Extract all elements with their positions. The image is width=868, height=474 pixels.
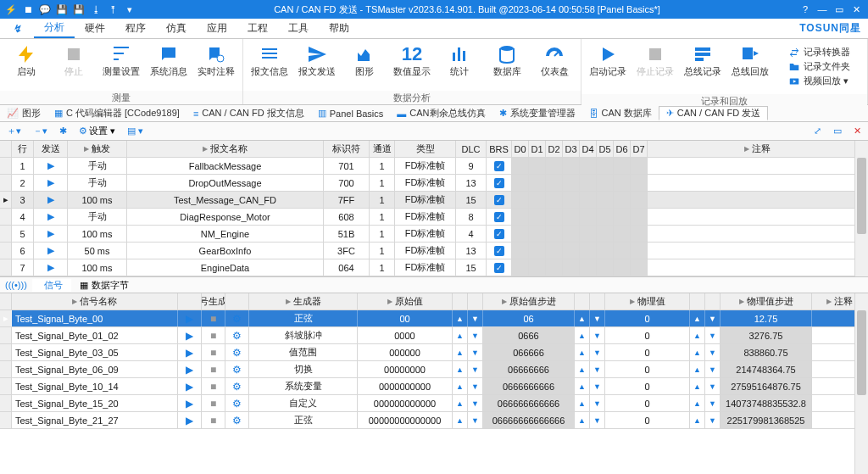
g2-raw[interactable]: 00 xyxy=(358,310,453,326)
g2-pstep-up[interactable]: ▲ xyxy=(690,361,705,377)
g2-pstep-dn[interactable]: ▼ xyxy=(705,327,721,343)
g1-row-gutter[interactable] xyxy=(0,243,12,259)
ribbon-send-button[interactable]: 报文发送 xyxy=(298,42,337,76)
g1-header-11[interactable]: D1 xyxy=(529,141,546,157)
g1-type[interactable]: FD标准帧 xyxy=(395,209,456,225)
g1-d3[interactable] xyxy=(563,226,580,242)
g1-header-15[interactable]: D5 xyxy=(597,141,614,157)
g2-phys[interactable]: 0 xyxy=(605,327,690,343)
ribbon-reclist-button[interactable]: 总线记录 xyxy=(683,42,722,76)
ribbon-side-folder[interactable]: 记录文件夹 xyxy=(788,60,850,73)
g1-trigger[interactable]: 手动 xyxy=(68,158,127,174)
g2-pstep-up[interactable]: ▲ xyxy=(690,412,705,428)
g2-rawstep[interactable]: 06666666666666 xyxy=(483,412,575,428)
doctab-5[interactable]: ✱系统变量管理器 xyxy=(492,107,582,120)
g1-type[interactable]: FD标准帧 xyxy=(395,158,456,174)
ribbon-stop-button[interactable]: 停止记录 xyxy=(636,42,675,76)
g1-comment[interactable] xyxy=(648,243,868,259)
g2-raw-dn[interactable]: ▼ xyxy=(468,310,483,326)
g1-comment[interactable] xyxy=(648,192,868,208)
g1-ch[interactable]: 1 xyxy=(370,192,395,208)
tb-window-button[interactable]: ▭ xyxy=(830,125,845,137)
g1-row[interactable]: ▸3▶100 msTest_Message_CAN_FD7FF1FD标准帧15✓ xyxy=(0,192,868,209)
subtab-0[interactable]: 信号 xyxy=(32,279,71,292)
g2-signame[interactable]: Test_Signal_Byte_10_14 xyxy=(12,378,178,394)
g1-d7[interactable] xyxy=(631,243,648,259)
g1-id[interactable]: 7FF xyxy=(324,192,370,208)
g2-phys-up[interactable]: ▲ xyxy=(575,395,590,411)
grid2-scrollbar[interactable] xyxy=(854,293,868,474)
g1-header-10[interactable]: D0 xyxy=(512,141,529,157)
g1-d7[interactable] xyxy=(631,158,648,174)
g2-gen-settings[interactable]: ⚙ xyxy=(225,395,249,411)
ql-saveall-icon[interactable]: 💾 xyxy=(73,4,85,15)
g2-gutter[interactable] xyxy=(0,344,12,360)
g2-raw-dn[interactable]: ▼ xyxy=(468,412,483,428)
g2-gen[interactable]: 切换 xyxy=(249,361,358,377)
g1-d1[interactable] xyxy=(529,259,546,276)
g1-d0[interactable] xyxy=(512,226,529,242)
doctab-7[interactable]: ✈CAN / CAN FD 发送 xyxy=(659,106,768,120)
g2-gen-settings[interactable]: ⚙ xyxy=(225,412,249,428)
g2-raw-dn[interactable]: ▼ xyxy=(468,361,483,377)
g1-row-gutter[interactable] xyxy=(0,226,12,242)
g1-d5[interactable] xyxy=(597,243,614,259)
g1-dlc[interactable]: 9 xyxy=(456,158,487,174)
g1-ch[interactable]: 1 xyxy=(370,175,395,191)
doctab-3[interactable]: ▥Panel Basics xyxy=(311,108,391,119)
g1-send-button[interactable]: ▶ xyxy=(34,243,68,259)
g2-gen-stop[interactable]: ■ xyxy=(202,395,225,411)
g1-header-12[interactable]: D2 xyxy=(546,141,563,157)
g1-brs[interactable]: ✓ xyxy=(487,243,512,259)
g1-brs[interactable]: ✓ xyxy=(487,158,512,174)
g2-row[interactable]: Test_Signal_Byte_01_02▶■⚙斜坡脉冲0000▲▼0666▲… xyxy=(0,327,868,344)
g2-phys[interactable]: 0 xyxy=(605,344,690,360)
g2-physstep[interactable]: 12.75 xyxy=(721,310,812,326)
maximize-icon[interactable]: ▭ xyxy=(832,4,846,15)
g2-pstep-dn[interactable]: ▼ xyxy=(705,344,721,360)
g1-comment[interactable] xyxy=(648,259,868,276)
g1-brs[interactable]: ✓ xyxy=(487,175,512,191)
g1-header-2[interactable]: 发送 xyxy=(34,141,68,157)
g1-msgname[interactable]: DiagResponse_Motor xyxy=(127,209,324,225)
g2-gen-play[interactable]: ▶ xyxy=(178,310,202,326)
g1-ch[interactable]: 1 xyxy=(370,226,395,242)
g2-header-1[interactable]: 信号名称 xyxy=(12,293,178,309)
g2-raw-up[interactable]: ▲ xyxy=(453,395,468,411)
ql-more-icon[interactable]: ▾ xyxy=(124,4,136,15)
g2-gen-settings[interactable]: ⚙ xyxy=(225,310,249,326)
g2-signame[interactable]: Test_Signal_Byte_03_05 xyxy=(12,344,178,360)
menu-help[interactable]: 帮助 xyxy=(319,20,359,37)
g1-trigger[interactable]: 手动 xyxy=(68,209,127,225)
g1-d1[interactable] xyxy=(529,226,546,242)
ql-save-icon[interactable]: 💾 xyxy=(56,4,68,15)
ribbon-note-button[interactable]: 实时注释 xyxy=(197,42,236,76)
ql-msg-icon[interactable]: 💬 xyxy=(39,4,51,15)
g2-phys-dn[interactable]: ▼ xyxy=(590,412,605,428)
menu-sim[interactable]: 仿真 xyxy=(156,20,197,37)
g1-d6[interactable] xyxy=(614,209,631,225)
g1-id[interactable]: 51B xyxy=(324,226,370,242)
g2-pstep-dn[interactable]: ▼ xyxy=(705,310,721,326)
ribbon-gauge-button[interactable]: 仪表盘 xyxy=(535,42,574,76)
message-grid[interactable]: 行发送触发报文名称标识符通道类型DLCBRSD0D1D2D3D4D5D6D7注释… xyxy=(0,141,868,276)
g2-raw-up[interactable]: ▲ xyxy=(453,344,468,360)
g2-gutter[interactable]: ▸ xyxy=(0,310,12,326)
g2-header-6[interactable]: 原始值 xyxy=(358,293,453,309)
g2-gen-play[interactable]: ▶ xyxy=(178,327,202,343)
g2-raw-dn[interactable]: ▼ xyxy=(468,378,483,394)
g2-raw-up[interactable]: ▲ xyxy=(453,327,468,343)
g2-pstep-up[interactable]: ▲ xyxy=(690,378,705,394)
g1-d4[interactable] xyxy=(580,192,597,208)
g2-header-14[interactable] xyxy=(705,293,721,309)
g2-header-11[interactable] xyxy=(590,293,605,309)
g2-raw-dn[interactable]: ▼ xyxy=(468,327,483,343)
tb-remove-button[interactable]: －▾ xyxy=(30,125,51,137)
g1-d2[interactable] xyxy=(546,259,563,276)
g1-d5[interactable] xyxy=(597,209,614,225)
g1-header-8[interactable]: DLC xyxy=(456,141,487,157)
g2-row[interactable]: ▸Test_Signal_Byte_00▶■⚙正弦00▲▼06▲▼0▲▼12.7… xyxy=(0,310,868,327)
g1-row[interactable]: 1▶手动FallbackMessage7011FD标准帧9✓ xyxy=(0,158,868,175)
menu-app[interactable]: 应用 xyxy=(197,20,237,37)
g1-header-13[interactable]: D3 xyxy=(563,141,580,157)
